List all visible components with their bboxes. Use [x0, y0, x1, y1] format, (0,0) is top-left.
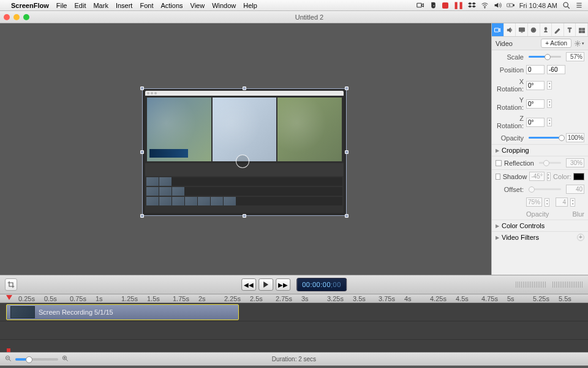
cropping-section[interactable]: ▶ Cropping	[492, 144, 588, 156]
disclosure-triangle-icon: ▶	[496, 235, 499, 240]
color-controls-section[interactable]: ▶ Color Controls	[492, 220, 588, 231]
xrot-input[interactable]	[526, 81, 545, 90]
tab-text[interactable]	[564, 23, 576, 36]
canvas[interactable]	[0, 23, 491, 275]
duration-label: Duration: 2 secs	[272, 356, 316, 362]
crop-tool-button[interactable]	[5, 278, 17, 291]
evernote-icon[interactable]	[429, 1, 437, 9]
menu-file[interactable]: File	[56, 2, 67, 9]
battery-icon[interactable]	[507, 1, 514, 9]
track-row[interactable]	[0, 321, 588, 340]
menu-help[interactable]: Help	[243, 2, 257, 9]
inspector-tabs	[492, 23, 588, 37]
tab-media-library[interactable]	[576, 23, 588, 36]
shadow-opacity-stepper[interactable]: ▴▾	[545, 198, 549, 207]
menu-window[interactable]: Window	[212, 2, 236, 9]
close-window-button[interactable]	[4, 14, 10, 20]
timecode-display[interactable]: 00:00:00;00	[296, 278, 347, 291]
resize-handle[interactable]	[140, 214, 144, 218]
play-button[interactable]	[258, 278, 273, 291]
shadow-angle-value: -45°	[529, 172, 544, 181]
shadow-checkbox[interactable]	[496, 174, 500, 180]
shadow-color-label: Color:	[553, 173, 571, 180]
opacity-slider[interactable]	[529, 137, 561, 139]
panel-header: Video + Action ▾	[492, 37, 588, 50]
menubar-clock[interactable]: Fri 10:48 AM	[519, 2, 557, 9]
svg-point-4	[564, 2, 568, 7]
add-action-button[interactable]: + Action	[541, 39, 571, 48]
resize-handle[interactable]	[140, 150, 144, 154]
resize-handle[interactable]	[345, 214, 349, 218]
shadow-blur-stepper[interactable]: ▴▾	[570, 198, 575, 207]
scale-slider[interactable]	[529, 56, 561, 58]
shadow-offset-slider[interactable]	[529, 188, 561, 190]
menu-view[interactable]: View	[190, 2, 205, 9]
yrot-row: Y Rotation: ▴▾	[492, 94, 588, 113]
opacity-value[interactable]: 100%	[566, 133, 584, 142]
pause-indicator-icon[interactable]: ❚❚	[453, 1, 463, 9]
resize-handle[interactable]	[243, 86, 246, 90]
ruler-tick: 0.5s	[44, 295, 57, 302]
tab-video[interactable]	[492, 23, 504, 36]
timeline-zoom-slider[interactable]	[15, 358, 58, 361]
notification-center-icon[interactable]	[575, 1, 583, 9]
tab-annotations[interactable]	[552, 23, 564, 36]
record-indicator-icon[interactable]	[442, 2, 448, 9]
reflection-value: 30%	[566, 158, 584, 167]
menu-font[interactable]: Font	[140, 2, 153, 9]
tab-screen-recording[interactable]	[516, 23, 528, 36]
menu-actions[interactable]: Actions	[160, 2, 183, 9]
menu-insert[interactable]: Insert	[116, 2, 133, 9]
tab-audio[interactable]	[504, 23, 516, 36]
resize-handle[interactable]	[345, 150, 349, 154]
yrot-input[interactable]	[526, 99, 545, 109]
yrot-stepper[interactable]: ▴▾	[547, 99, 552, 108]
shadow-offset-value: 40	[566, 185, 584, 194]
selected-clip-on-canvas[interactable]	[142, 88, 347, 216]
clip-screen-recording[interactable]: Screen Recording 5/1/15	[6, 304, 239, 320]
zoom-window-button[interactable]	[23, 14, 29, 20]
scale-value[interactable]: 57%	[566, 52, 584, 61]
camera-icon[interactable]	[417, 1, 424, 9]
reflection-checkbox[interactable]	[496, 160, 502, 166]
menu-edit[interactable]: Edit	[74, 2, 86, 9]
zoom-in-icon[interactable]	[62, 355, 69, 363]
resize-handle[interactable]	[345, 86, 349, 90]
wifi-icon[interactable]	[481, 1, 489, 9]
video-filters-section[interactable]: ▶ Video Filters +	[492, 231, 588, 243]
spotlight-icon[interactable]	[562, 1, 570, 9]
track-row[interactable]: Screen Recording 5/1/15	[0, 303, 588, 321]
minimize-window-button[interactable]	[13, 14, 20, 20]
tab-touch[interactable]	[540, 23, 552, 36]
volume-icon[interactable]	[494, 1, 502, 9]
app-menu[interactable]: ScreenFlow	[11, 2, 49, 9]
recorded-cursor-icon	[236, 155, 249, 168]
position-y-input[interactable]	[547, 65, 565, 74]
end-marker[interactable]	[7, 348, 10, 352]
timeline-ruler[interactable]: 0.25s0.5s0.75s1s1.25s1.5s1.75s2s2.25s2.5…	[0, 294, 588, 303]
add-filter-button[interactable]: +	[577, 234, 584, 241]
resize-handle[interactable]	[243, 214, 246, 218]
tab-callout[interactable]	[528, 23, 540, 36]
timeline-tracks[interactable]: Screen Recording 5/1/15	[0, 303, 588, 352]
rewind-button[interactable]: ◀◀	[241, 278, 256, 291]
reflection-slider[interactable]	[539, 162, 561, 164]
ruler-tick: 2.75s	[276, 295, 292, 302]
shadow-color-well[interactable]	[573, 173, 584, 180]
zrot-input[interactable]	[526, 118, 545, 127]
svg-rect-5	[495, 28, 499, 32]
dropbox-icon[interactable]	[468, 1, 476, 9]
panel-gear-button[interactable]: ▾	[574, 40, 584, 47]
forward-button[interactable]: ▶▶	[276, 278, 290, 291]
shadow-angle-stepper[interactable]: ▴▾	[547, 172, 551, 181]
position-x-input[interactable]	[526, 65, 545, 74]
xrot-stepper[interactable]: ▴▾	[547, 81, 552, 90]
shadow-sublabels: Opacity Blur	[492, 209, 588, 220]
recorded-thumbnail	[213, 98, 277, 161]
zoom-out-icon[interactable]	[5, 355, 12, 363]
playhead[interactable]	[6, 295, 12, 300]
resize-handle[interactable]	[140, 86, 144, 90]
zrot-stepper[interactable]: ▴▾	[547, 118, 552, 126]
menu-mark[interactable]: Mark	[93, 2, 108, 9]
svg-point-9	[545, 27, 547, 29]
